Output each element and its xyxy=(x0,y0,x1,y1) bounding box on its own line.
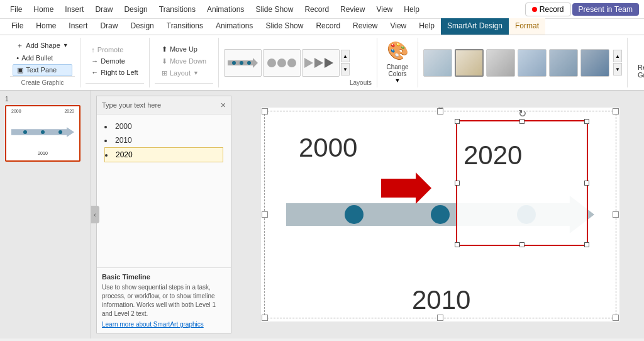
layout-scroll-up-button[interactable]: ▲ xyxy=(341,50,350,62)
promote-icon: ↑ xyxy=(91,46,95,53)
handle-tl xyxy=(455,119,460,124)
svg-marker-10 xyxy=(325,58,333,68)
mini-dot-3 xyxy=(58,130,62,134)
selected-element-2020[interactable]: ↻ 2020 xyxy=(456,120,588,246)
smartart-style-1[interactable] xyxy=(423,49,452,77)
promote-button[interactable]: ↑ Promote xyxy=(87,45,142,55)
outer-handle-bm xyxy=(437,315,443,321)
red-arrow-indicator xyxy=(381,172,431,206)
tab-help[interactable]: Help xyxy=(413,18,441,35)
menu-animations[interactable]: Animations xyxy=(202,3,249,16)
svg-point-7 xyxy=(287,59,296,67)
footer-body: Use to show sequential steps in a task, … xyxy=(102,283,226,318)
tab-design[interactable]: Design xyxy=(124,18,160,35)
label-2010: 2010 xyxy=(412,285,470,315)
add-bullet-button[interactable]: • Add Bullet xyxy=(13,53,72,63)
text-pane-item-2010: 2010 xyxy=(104,133,223,147)
reset-graphic-button[interactable]: ↺ Reset Graphic xyxy=(633,45,644,81)
move-layout-content: ⬆ Move Up ⬇ Move Down ⊞ Layout ▼ xyxy=(158,39,210,83)
tab-smartart-design[interactable]: SmartArt Design xyxy=(441,18,509,35)
menu-review[interactable]: Review xyxy=(335,3,370,16)
tab-file[interactable]: File xyxy=(5,18,30,35)
layout-scroll-down-button[interactable]: ▼ xyxy=(341,63,350,75)
layout-button[interactable]: ⊞ Layout ▼ xyxy=(158,68,210,79)
menu-home[interactable]: Home xyxy=(28,3,58,16)
handle-ml xyxy=(455,181,460,186)
text-pane: Type your text here × 2000 2010 Basic Ti… xyxy=(96,96,231,333)
move-layout-label xyxy=(155,83,213,86)
smartart-style-5[interactable] xyxy=(549,49,578,77)
promote-demote-content: ↑ Promote → Demote ← Right to Left xyxy=(87,39,142,83)
move-up-button[interactable]: ⬆ Move Up xyxy=(158,44,210,55)
tab-review[interactable]: Review xyxy=(347,18,384,35)
tab-home[interactable]: Home xyxy=(30,18,62,35)
menu-slideshow[interactable]: Slide Show xyxy=(250,3,298,16)
rotation-handle[interactable]: ↻ xyxy=(436,108,445,113)
present-button[interactable]: Present in Team xyxy=(572,3,640,16)
menu-transitions[interactable]: Transitions xyxy=(154,3,201,16)
create-graphic-group: ＋ Add Shape ▼ • Add Bullet ▣ Text Pane C… xyxy=(5,38,80,87)
layout-thumb-2[interactable] xyxy=(263,49,301,77)
rtl-icon: ← xyxy=(91,69,98,76)
svg-marker-8 xyxy=(304,58,313,68)
mini-arrow xyxy=(11,127,74,137)
text-pane-collapse-button[interactable]: ‹ xyxy=(91,206,99,223)
slide-thumb-content: 2000 2020 2010 xyxy=(6,106,79,160)
tab-transitions[interactable]: Transitions xyxy=(160,18,209,35)
menu-draw[interactable]: Draw xyxy=(90,3,118,16)
tab-format[interactable]: Format xyxy=(509,18,545,35)
layout-icon: ⊞ xyxy=(162,69,167,77)
tab-draw[interactable]: Draw xyxy=(94,18,124,35)
tab-record[interactable]: Record xyxy=(309,18,347,35)
movedown-icon: ⬇ xyxy=(162,57,167,65)
item-2020-input[interactable] xyxy=(116,150,210,159)
bullet-icon: • xyxy=(16,54,19,62)
slide-thumbnail[interactable]: 2000 2020 2010 xyxy=(5,105,80,162)
outer-handle-ml xyxy=(262,211,268,218)
move-down-button[interactable]: ⬇ Move Down xyxy=(158,56,210,67)
mini-dot-2 xyxy=(41,130,45,134)
record-button[interactable]: Record xyxy=(525,3,571,16)
pane-icon: ▣ xyxy=(17,66,23,74)
text-pane-button[interactable]: ▣ Text Pane xyxy=(13,64,72,76)
menu-record[interactable]: Record xyxy=(299,3,334,16)
slide-canvas[interactable]: ↻ 2000 2010 ↻ xyxy=(261,108,619,321)
outer-handle-tr xyxy=(613,108,619,115)
text-pane-list: 2000 2010 xyxy=(97,115,231,267)
menu-file[interactable]: File xyxy=(5,3,27,16)
slide-area[interactable]: ↻ 2000 2010 ↻ xyxy=(236,91,644,338)
layout-thumb-1[interactable] xyxy=(224,49,262,77)
smartart-style-6[interactable] xyxy=(580,49,609,77)
smartart-style-4[interactable] xyxy=(518,49,547,77)
menu-bar: File Home Insert Draw Design Transitions… xyxy=(0,0,644,19)
ribbon-tabs: File Home Insert Draw Design Transitions… xyxy=(0,19,644,35)
tab-animations[interactable]: Animations xyxy=(209,18,259,35)
layout-chevron-icon: ▼ xyxy=(193,70,199,76)
smartart-style-2[interactable] xyxy=(455,49,484,77)
slide-panel: 1 2000 2020 2010 xyxy=(0,91,91,338)
tab-insert[interactable]: Insert xyxy=(62,18,94,35)
text-pane-close-button[interactable]: × xyxy=(221,100,226,110)
style-scroll-up-button[interactable]: ▲ xyxy=(613,50,622,62)
layouts-label: Layouts xyxy=(350,42,372,86)
tab-view[interactable]: View xyxy=(384,18,413,35)
change-colors-group[interactable]: 🎨 Change Colors ▼ xyxy=(377,38,418,87)
add-shape-button[interactable]: ＋ Add Shape ▼ xyxy=(13,40,72,52)
mini-label-2000: 2000 xyxy=(11,109,21,113)
record-dot-icon xyxy=(532,7,537,12)
menu-view[interactable]: View xyxy=(371,3,397,16)
selected-rotation-handle[interactable]: ↻ xyxy=(518,108,526,120)
style-scroll-down-button[interactable]: ▼ xyxy=(613,63,622,75)
layout-thumb-3[interactable] xyxy=(302,49,340,77)
demote-button[interactable]: → Demote xyxy=(87,56,142,66)
text-pane-item-2020[interactable] xyxy=(104,147,223,162)
smartart-style-3[interactable] xyxy=(486,49,515,77)
handle-mr xyxy=(584,181,589,186)
right-to-left-button[interactable]: ← Right to Left xyxy=(87,67,142,77)
menu-design[interactable]: Design xyxy=(119,3,152,16)
layout-thumbnails xyxy=(224,49,340,77)
footer-link[interactable]: Learn more about SmartArt graphics xyxy=(102,321,226,328)
menu-insert[interactable]: Insert xyxy=(60,3,89,16)
tab-slideshow[interactable]: Slide Show xyxy=(259,18,309,35)
menu-help[interactable]: Help xyxy=(399,3,425,16)
